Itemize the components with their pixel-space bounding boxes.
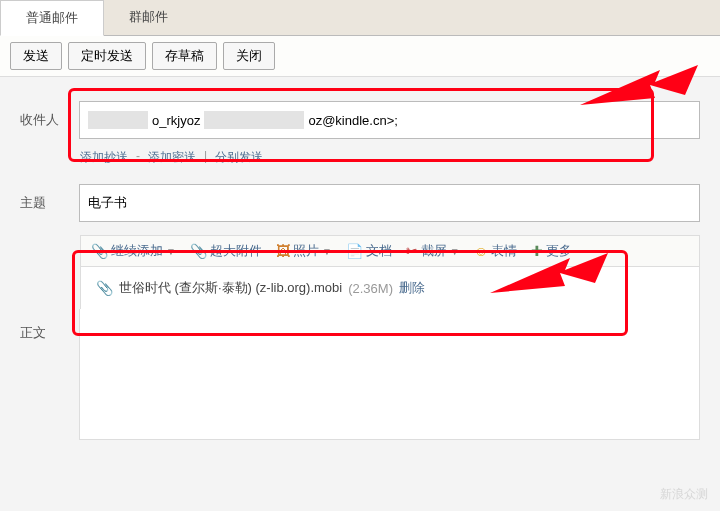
recipient-text-1: o_rkjyoz bbox=[152, 113, 200, 128]
big-attachment-button[interactable]: 📎 超大附件 bbox=[190, 242, 262, 260]
file-delete-link[interactable]: 删除 bbox=[399, 279, 425, 297]
photo-button[interactable]: 🖼 照片 ▼ bbox=[276, 242, 332, 260]
document-button[interactable]: 📄 文档 bbox=[346, 242, 392, 260]
image-icon: 🖼 bbox=[276, 243, 290, 259]
save-draft-button[interactable]: 存草稿 bbox=[152, 42, 217, 70]
plus-icon: ✚ bbox=[531, 243, 543, 259]
subject-value: 电子书 bbox=[88, 194, 127, 212]
smiley-icon: ☺ bbox=[474, 243, 488, 259]
subject-row: 主题 电子书 bbox=[0, 176, 720, 230]
screenshot-button[interactable]: ✂ 截屏 ▼ bbox=[406, 242, 460, 260]
separate-send-link[interactable]: 分别发送 bbox=[215, 149, 263, 166]
toolbar: 发送 定时发送 存草稿 关闭 bbox=[0, 36, 720, 77]
continue-add-button[interactable]: 📎 继续添加 ▼ bbox=[91, 242, 176, 260]
recipient-label: 收件人 bbox=[20, 111, 65, 129]
body-row: 正文 bbox=[0, 309, 700, 440]
more-button[interactable]: ✚ 更多 bbox=[531, 242, 572, 260]
document-icon: 📄 bbox=[346, 243, 363, 259]
add-bcc-link[interactable]: 添加密送 bbox=[148, 149, 196, 166]
close-button[interactable]: 关闭 bbox=[223, 42, 275, 70]
timed-send-button[interactable]: 定时发送 bbox=[68, 42, 146, 70]
attachment-toolbar: 📎 继续添加 ▼ 📎 超大附件 🖼 照片 ▼ 📄 文档 ✂ 截屏 ▼ ☺ 表情 … bbox=[80, 235, 700, 267]
tab-group-mail[interactable]: 群邮件 bbox=[104, 0, 193, 35]
subject-label: 主题 bbox=[20, 194, 65, 212]
chevron-down-icon: ▼ bbox=[166, 246, 176, 257]
scissors-icon: ✂ bbox=[406, 243, 418, 259]
censored-block bbox=[88, 111, 148, 129]
compose-tabs: 普通邮件 群邮件 bbox=[0, 0, 720, 36]
body-label: 正文 bbox=[0, 309, 79, 440]
censored-block bbox=[204, 111, 304, 129]
chevron-down-icon: ▼ bbox=[450, 246, 460, 257]
watermark: 新浪众测 bbox=[660, 486, 708, 503]
paperclip-icon: 📎 bbox=[96, 280, 113, 296]
file-size: (2.36M) bbox=[348, 281, 393, 296]
recipient-row: 收件人 o_rkjyoz oz@kindle.cn>; bbox=[0, 93, 720, 147]
body-editor[interactable] bbox=[79, 309, 700, 440]
subject-input[interactable]: 电子书 bbox=[79, 184, 700, 222]
paperclip-icon: 📎 bbox=[190, 243, 207, 259]
file-name: 世俗时代 (查尔斯·泰勒) (z-lib.org).mobi bbox=[119, 279, 342, 297]
send-button[interactable]: 发送 bbox=[10, 42, 62, 70]
add-cc-link[interactable]: 添加抄送 bbox=[80, 149, 128, 166]
recipient-options: 添加抄送 - 添加密送 | 分别发送 bbox=[0, 147, 720, 176]
emoji-button[interactable]: ☺ 表情 bbox=[474, 242, 517, 260]
attached-file-row: 📎 世俗时代 (查尔斯·泰勒) (z-lib.org).mobi (2.36M)… bbox=[80, 267, 700, 309]
chevron-down-icon: ▼ bbox=[322, 246, 332, 257]
recipient-text-2: oz@kindle.cn>; bbox=[308, 113, 397, 128]
paperclip-icon: 📎 bbox=[91, 243, 108, 259]
tab-normal-mail[interactable]: 普通邮件 bbox=[0, 0, 104, 36]
recipient-input[interactable]: o_rkjyoz oz@kindle.cn>; bbox=[79, 101, 700, 139]
